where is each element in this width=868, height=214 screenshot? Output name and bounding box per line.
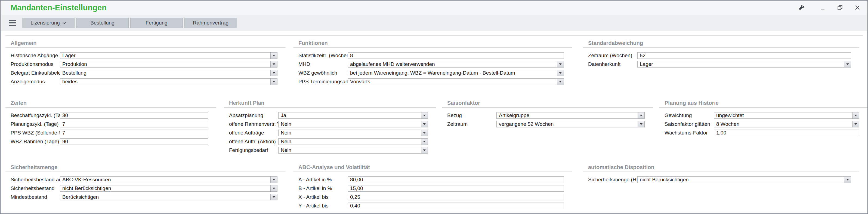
close-icon[interactable] [853,4,862,12]
input-pps-wbz-sollende-sollst[interactable] [60,130,208,136]
section-divider [293,172,572,172]
minimize-icon[interactable] [818,4,827,12]
dropdown-arrow-icon[interactable] [557,61,564,67]
field-label-wachstums-faktor: Wachstums-Faktor [664,130,714,136]
select-pps-terminierungsart[interactable]: Vorwärts [348,79,564,85]
dropdown-arrow-icon[interactable] [844,177,851,183]
form-row: Sicherheitsmenge (HF)nicht Berücksichtig… [588,177,851,183]
dropdown-arrow-icon[interactable] [270,194,277,200]
select-sicherheitsmenge-hf[interactable]: nicht Berücksichtigen [637,177,851,183]
dropdown-arrow-icon[interactable] [270,79,277,85]
input-wachstums-faktor[interactable] [714,130,859,136]
select-value: Lager [60,53,270,59]
form-row: Y - Artikel bis [299,203,564,209]
select-value: nicht Berücksichtigen [60,185,270,191]
dropdown-arrow-icon[interactable] [270,61,277,67]
dropdown-arrow-icon[interactable] [421,113,428,118]
dropdown-arrow-icon[interactable] [638,121,644,127]
input-y-artikel-bis[interactable] [348,203,564,209]
dropdown-arrow-icon[interactable] [270,53,277,59]
form-row: A - Artikel in % [299,177,564,183]
select-wbz-gewoehnlich[interactable]: bei jedem Wareneingang: WBZ = Wareneinga… [348,70,564,76]
select-sicherheitsbestand[interactable]: nicht Berücksichtigen [60,185,277,192]
wrench-icon[interactable] [797,4,805,12]
select-absatzplanung[interactable]: Ja [278,112,428,119]
input-wbz-rahmen-tage[interactable] [60,138,208,145]
dropdown-arrow-icon[interactable] [421,147,428,153]
select-bezug[interactable]: Artikelgruppe [496,112,645,119]
input-beschaffungszykl-tage[interactable] [60,112,208,119]
dropdown-arrow-icon[interactable] [270,185,277,191]
dropdown-arrow-icon[interactable] [421,130,428,136]
dropdown-arrow-icon[interactable] [852,121,859,127]
select-value: ABC-VK-Ressourcen [60,177,270,183]
field-label-belegart-einkaufsbeleg: Belegart Einkaufsbeleg [10,70,60,76]
select-offene-auftraege[interactable]: Nein [278,130,428,136]
field-label-statistikzeitr-wochen: Statistikzeitr. (Wochen) [299,53,348,59]
form-row: Saisonfaktor glätten8 Wochen [664,121,859,127]
dropdown-arrow-icon[interactable] [421,121,428,127]
section-saisonfaktor: SaisonfaktorBezugArtikelgruppeZeitraumve… [442,100,653,156]
select-zeitraum[interactable]: vergangene 52 Wochen [496,121,645,127]
band-2: ZeitenBeschaffungszykl. (Tage)Planungszy… [5,100,867,156]
toolbar-button-label: Fertigung [146,20,167,26]
field-label-b-artikel-in: B - Artikel in % [299,185,348,191]
input-zeitraum-wochen[interactable] [637,52,851,59]
select-produktionsmodus[interactable]: Produktion [60,61,277,67]
input-a-artikel-in[interactable] [348,177,564,183]
field-label-sicherheitsbestand-aus: Sicherheitsbestand aus [10,177,60,183]
select-anzeigemodus[interactable]: beides [60,79,277,85]
band-3: SicherheitsmengeSicherheitsbestand ausAB… [5,164,867,211]
form-row: Anzeigemodusbeides [10,79,277,85]
toolbar-button-bestellung[interactable]: Bestellung [76,18,129,28]
dropdown-arrow-icon[interactable] [270,70,277,76]
field-label-saisonfaktor-glaetten: Saisonfaktor glätten [664,121,714,127]
section-divider [659,107,867,108]
form-row: WBZ Rahmen (Tage) [10,138,208,145]
select-mindestbestand[interactable]: Berücksichtigen [60,194,277,201]
input-x-artikel-bis[interactable] [348,194,564,201]
section-title: Funktionen [293,40,572,46]
mandanten-einstellungen-window: { "window": { "title": "Mandanten-Einste… [0,0,868,214]
dropdown-arrow-icon[interactable] [557,70,564,76]
select-offene-auftr-aktion[interactable]: Nein [278,138,428,145]
select-value: Artikelgruppe [497,113,638,118]
dropdown-arrow-icon[interactable] [844,61,851,67]
section-title: Saisonfaktor [442,100,653,106]
toolbar-separator [5,35,863,36]
input-b-artikel-in[interactable] [348,185,564,192]
section-divider [583,48,859,48]
select-offene-rahmenvertr-vk[interactable]: Nein [278,121,428,127]
section-title: Allgemein [5,40,286,46]
dropdown-arrow-icon[interactable] [270,177,277,183]
dropdown-arrow-icon[interactable] [638,113,644,118]
form-row: offene Rahmenvertr. VKNein [229,121,428,127]
field-label-produktionsmodus: Produktionsmodus [10,61,60,67]
form-row: Beschaffungszykl. (Tage) [10,112,208,119]
select-value: Nein [279,121,421,127]
form-row: AbsatzplanungJa [229,112,428,119]
hamburger-menu-icon[interactable] [9,19,16,26]
section-title: Zeiten [5,100,216,106]
select-belegart-einkaufsbeleg[interactable]: Bestellung [60,70,277,76]
select-datenherkunft[interactable]: Lager [637,61,851,67]
toolbar-button-fertigung[interactable]: Fertigung [130,18,183,28]
dropdown-arrow-icon[interactable] [421,139,428,145]
input-statistikzeitr-wochen[interactable] [348,52,564,59]
restore-icon[interactable] [836,4,844,12]
select-value: ungewichtet [714,113,852,118]
select-gewichtung[interactable]: ungewichtet [714,112,859,119]
input-planungszykl-tage[interactable] [60,121,208,127]
select-fertigungsbedarf[interactable]: Nein [278,147,428,154]
dropdown-arrow-icon[interactable] [852,113,859,118]
field-label-sicherheitsbestand: Sicherheitsbestand [10,185,60,191]
select-mhd[interactable]: abgelaufenes MHD weiterverwenden [348,61,564,67]
select-historische-abgaenge[interactable]: Lager [60,52,277,59]
toolbar-button-rahmenvertrag[interactable]: Rahmenvertrag [184,18,237,28]
select-sicherheitsbestand-aus[interactable]: ABC-VK-Ressourcen [60,177,277,183]
select-saisonfaktor-glaetten[interactable]: 8 Wochen [714,121,859,127]
toolbar-button-lizensierung[interactable]: Lizensierung [22,18,74,28]
section-sicherheitsmenge: SicherheitsmengeSicherheitsbestand ausAB… [5,164,286,211]
select-value: Bestellung [60,70,270,76]
dropdown-arrow-icon[interactable] [557,79,564,85]
